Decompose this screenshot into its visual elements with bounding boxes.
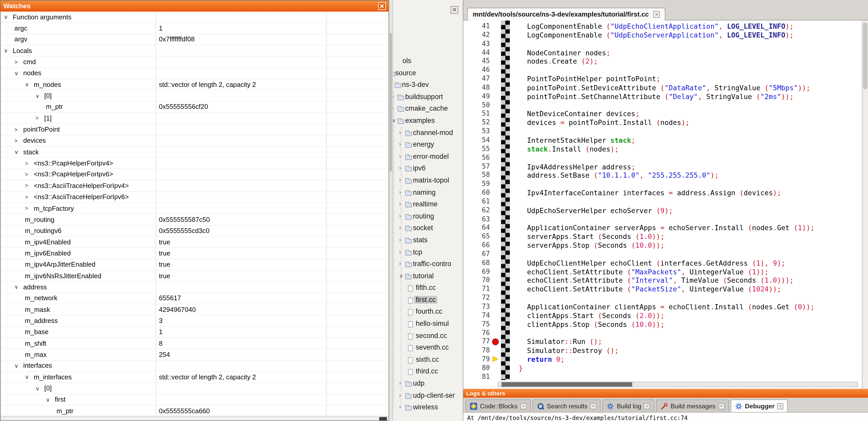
watch-row[interactable]: >m_tcpFactory (1, 203, 389, 215)
code-line[interactable]: 56 (463, 154, 862, 162)
code-line[interactable]: 66 serverApps.Stop (Seconds (10.0)); (463, 241, 862, 250)
line-marker-margin[interactable] (491, 22, 500, 31)
chevron-down-icon[interactable]: ∨ (35, 385, 44, 391)
code-line[interactable]: 80} (463, 364, 862, 373)
line-marker-margin[interactable] (491, 250, 500, 259)
line-marker-margin[interactable] (491, 241, 500, 250)
tree-item-socket[interactable]: ›socket (393, 223, 463, 234)
watch-row[interactable]: ∨nodes (1, 68, 389, 79)
chevron-right-icon[interactable]: > (35, 115, 44, 121)
line-number[interactable]: 65 (463, 232, 490, 241)
tree-item-second-cc[interactable]: second.cc (393, 330, 463, 342)
line-marker-margin[interactable] (491, 136, 500, 145)
line-number[interactable]: 63 (463, 215, 490, 224)
tree-item-ns-3-dev[interactable]: ns-3-dev (393, 79, 463, 91)
line-number[interactable]: 60 (463, 189, 490, 197)
watch-row[interactable]: >cmd (1, 57, 389, 68)
tree-item-udp[interactable]: ›udp (393, 378, 463, 390)
line-marker-margin[interactable] (491, 197, 500, 206)
watch-row[interactable]: ∨[0] (1, 91, 389, 102)
chevron-right-icon[interactable]: › (399, 380, 401, 386)
watch-row[interactable]: argv0x7fffffffdf08 (1, 34, 389, 45)
line-marker-margin[interactable] (491, 31, 500, 39)
editor-hscroll-thumb[interactable] (501, 382, 632, 387)
projects-vscroll-thumb[interactable] (390, 33, 392, 171)
code-line[interactable]: 79 return 0; (463, 355, 862, 364)
logs-tab-search-results[interactable]: Search results× (532, 399, 601, 412)
line-marker-margin[interactable] (491, 162, 500, 171)
logs-tab-build-log[interactable]: Build log× (602, 399, 654, 412)
code-line[interactable]: 61 (463, 197, 862, 206)
tree-item-energy[interactable]: ›energy (393, 139, 463, 151)
code-line[interactable]: 43 (463, 39, 862, 48)
chevron-right-icon[interactable]: › (399, 261, 401, 267)
watch-row[interactable]: >[1] (1, 113, 389, 124)
line-marker-margin[interactable] (491, 66, 500, 75)
chevron-right-icon[interactable]: › (393, 105, 394, 111)
tree-item-matrix-topol[interactable]: ›matrix-topol (393, 175, 463, 187)
code-line[interactable]: 70 echoClient.SetAttribute ("Interval", … (463, 276, 862, 285)
chevron-down-icon[interactable]: ∨ (46, 396, 55, 402)
close-icon[interactable]: × (590, 403, 596, 409)
line-marker-margin[interactable] (491, 224, 500, 232)
code-line[interactable]: 73 ApplicationContainer clientApps = ech… (463, 302, 862, 311)
code-line[interactable]: 44 NodeContainer nodes; (463, 48, 862, 57)
line-number[interactable]: 45 (463, 57, 490, 66)
chevron-right-icon[interactable]: › (399, 165, 401, 171)
line-number[interactable]: 73 (463, 302, 490, 311)
line-marker-margin[interactable] (491, 48, 500, 57)
code-line[interactable]: 77 Simulator::Run (); (463, 338, 862, 347)
code-line[interactable]: 41 LogComponentEnable ("UdpEchoClientApp… (463, 22, 862, 31)
line-number[interactable]: 56 (463, 154, 490, 162)
chevron-down-icon[interactable]: ∨ (14, 284, 23, 290)
chevron-down-icon[interactable]: ∨ (399, 272, 403, 279)
watch-row[interactable]: m_routing0x555555587c50 (1, 214, 389, 226)
line-marker-margin[interactable] (491, 232, 500, 241)
chevron-right-icon[interactable]: › (399, 129, 401, 135)
watch-row[interactable]: ∨Function arguments (1, 12, 389, 23)
line-number[interactable]: 78 (463, 346, 490, 355)
line-marker-margin[interactable] (491, 145, 500, 154)
line-number[interactable]: 79 (463, 355, 490, 364)
tree-item-wireless[interactable]: ›wireless (393, 401, 463, 414)
chevron-down-icon[interactable]: ∨ (35, 93, 44, 99)
watch-row[interactable]: ∨stack (1, 147, 389, 158)
line-number[interactable]: 66 (463, 241, 490, 250)
code-line[interactable]: 53 (463, 127, 862, 136)
watch-row[interactable]: ∨Locals (1, 45, 389, 57)
line-number[interactable]: 75 (463, 320, 490, 329)
code-line[interactable]: 48 pointToPoint.SetDeviceAttribute ("Dat… (463, 84, 862, 92)
watch-row[interactable]: >devices (1, 135, 389, 147)
line-marker-margin[interactable] (491, 276, 500, 285)
tree-item-fourth-cc[interactable]: fourth.cc (393, 306, 463, 318)
line-marker-margin[interactable] (491, 338, 500, 347)
tree-item-first-cc[interactable]: first.cc (393, 294, 463, 306)
line-marker-margin[interactable] (491, 259, 500, 268)
code-line[interactable]: 71 echoClient.SetAttribute ("PacketSize"… (463, 285, 862, 294)
close-icon[interactable]: × (777, 403, 784, 409)
line-marker-margin[interactable] (491, 373, 500, 382)
chevron-down-icon[interactable]: ∨ (4, 47, 13, 54)
line-number[interactable]: 54 (463, 136, 490, 145)
line-number[interactable]: 62 (463, 206, 490, 215)
code-line[interactable]: 64 ApplicationContainer serverApps = ech… (463, 224, 862, 232)
editor-tab-close-button[interactable]: × (653, 11, 660, 18)
code-line[interactable]: 74 clientApps.Start (Seconds (2.0)); (463, 311, 862, 320)
watch-row[interactable]: m_ipv6Enabledtrue (1, 248, 389, 259)
line-number[interactable]: 42 (463, 31, 490, 39)
tree-item-ols[interactable]: ols (393, 55, 463, 67)
tree-item-routing[interactable]: ›routing (393, 210, 463, 222)
line-number[interactable]: 71 (463, 285, 490, 294)
tree-item-source[interactable]: source (393, 67, 463, 79)
line-marker-margin[interactable] (491, 215, 500, 224)
line-marker-margin[interactable] (491, 110, 500, 119)
line-marker-margin[interactable] (491, 127, 500, 136)
line-number[interactable]: 61 (463, 197, 490, 206)
watch-row[interactable]: m_ipv6NsRsJitterEnabledtrue (1, 270, 389, 282)
line-marker-margin[interactable] (491, 92, 500, 101)
code-line[interactable]: 69 echoClient.SetAttribute ("MaxPackets"… (463, 267, 862, 276)
line-number[interactable]: 49 (463, 92, 490, 101)
line-number[interactable]: 52 (463, 119, 490, 127)
chevron-right-icon[interactable]: > (25, 205, 34, 212)
watch-row[interactable]: argc1 (1, 23, 389, 34)
